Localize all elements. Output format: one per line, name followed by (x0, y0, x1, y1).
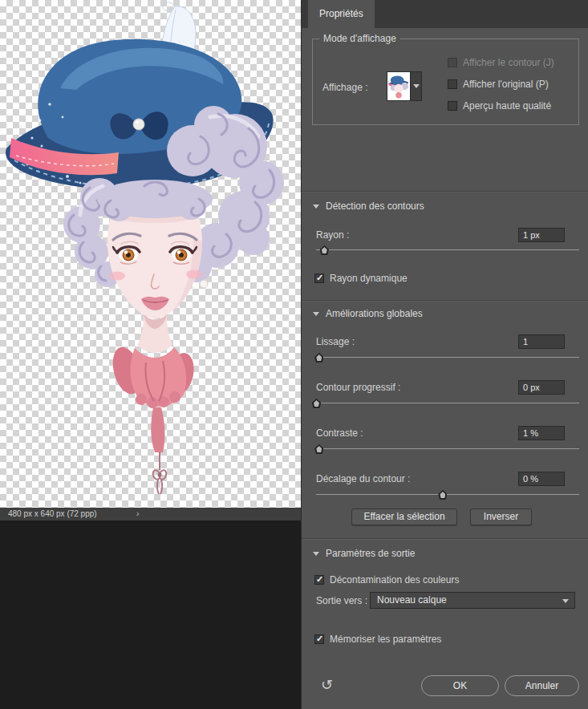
checkbox-icon[interactable] (314, 575, 324, 585)
smooth-label: Lissage : (316, 336, 355, 347)
checkbox-icon[interactable] (448, 101, 457, 111)
chevron-down-icon (562, 599, 569, 603)
view-mode-legend: Mode d'affichage (319, 33, 400, 44)
checkbox-icon[interactable] (314, 273, 324, 283)
slider-thumb[interactable] (438, 490, 447, 500)
shift-edge-value-field[interactable]: 0 % (518, 472, 565, 486)
reset-icon[interactable]: ↺ (321, 676, 333, 694)
slider-track (316, 403, 579, 403)
shift-edge-slider[interactable] (316, 488, 579, 502)
contrast-label: Contraste : (316, 427, 363, 439)
slider-thumb[interactable] (312, 399, 321, 408)
slider-thumb[interactable] (314, 353, 323, 363)
show-original-checkbox[interactable]: Afficher l'original (P) (448, 79, 549, 90)
section-edge-detection[interactable]: Détection des contours (313, 201, 424, 212)
document-canvas[interactable] (0, 0, 301, 508)
radius-slider[interactable] (316, 243, 579, 257)
show-edge-checkbox[interactable]: Afficher le contour (J) (448, 57, 554, 68)
checkbox-icon[interactable] (314, 634, 324, 644)
feather-slider[interactable] (316, 396, 579, 411)
view-label: Affichage : (322, 82, 367, 93)
feather-label: Contour progressif : (316, 382, 400, 393)
view-mode-group: Mode d'affichage Affichage : Afficher le… (312, 38, 579, 125)
slider-thumb[interactable] (320, 245, 329, 255)
section-collapse-icon[interactable] (313, 552, 319, 556)
checkbox-label: Afficher l'original (P) (463, 79, 549, 90)
slider-track (316, 494, 579, 495)
cancel-button[interactable]: Annuler (505, 675, 579, 696)
canvas-size-label: 480 px x 640 px (72 ppp) (8, 509, 97, 518)
section-output-settings[interactable]: Paramètres de sortie (313, 548, 415, 559)
smooth-value-field[interactable]: 1 (518, 334, 565, 349)
high-quality-preview-checkbox[interactable]: Aperçu haute qualité (448, 100, 551, 111)
canvas-status-bar: 480 px x 640 px (72 ppp) › (0, 508, 301, 521)
tab-properties[interactable]: Propriétés (308, 0, 375, 28)
workspace-background (0, 521, 301, 709)
checkbox-label: Mémoriser les paramètres (330, 634, 441, 645)
slider-thumb[interactable] (314, 444, 323, 454)
section-global-refinements[interactable]: Améliorations globales (313, 308, 423, 319)
output-to-label: Sortie vers : (316, 595, 367, 606)
checkbox-label: Décontamination des couleurs (330, 574, 459, 585)
radius-value-field[interactable]: 1 px (518, 228, 565, 242)
checkbox-label: Rayon dynamique (330, 273, 408, 284)
chevron-down-icon (413, 84, 420, 88)
dynamic-radius-checkbox[interactable]: Rayon dynamique (314, 273, 408, 284)
ok-button[interactable]: OK (421, 675, 499, 696)
panel-tab-bar: Propriétés (302, 0, 588, 28)
section-title: Améliorations globales (326, 308, 423, 319)
decontaminate-colors-checkbox[interactable]: Décontamination des couleurs (314, 574, 459, 585)
checkbox-label: Aperçu haute qualité (463, 100, 551, 111)
feather-value-field[interactable]: 0 px (518, 380, 565, 395)
status-expand-icon[interactable]: › (136, 508, 139, 521)
contrast-slider[interactable] (316, 442, 579, 456)
remember-settings-checkbox[interactable]: Mémoriser les paramètres (314, 634, 441, 645)
smooth-slider[interactable] (316, 350, 579, 365)
section-title: Détection des contours (326, 201, 424, 212)
view-thumbnail-dropdown[interactable] (411, 71, 422, 101)
properties-panel: Propriétés Mode d'affichage Affichage : … (301, 0, 588, 709)
shift-edge-label: Décalage du contour : (316, 473, 410, 484)
contrast-value-field[interactable]: 1 % (518, 426, 565, 440)
view-thumbnail-image (387, 72, 410, 100)
checkbox-icon[interactable] (448, 58, 457, 67)
clear-selection-button[interactable]: Effacer la sélection (351, 508, 457, 525)
radius-label: Rayon : (316, 229, 349, 241)
slider-track (316, 249, 579, 250)
section-divider (302, 538, 588, 539)
select-value: Nouveau calque (377, 594, 447, 606)
checkbox-label: Afficher le contour (J) (463, 57, 554, 68)
portrait-illustration (0, 0, 301, 508)
slider-track (316, 357, 579, 358)
section-collapse-icon[interactable] (313, 312, 319, 316)
slider-track (316, 448, 579, 449)
checkbox-icon[interactable] (448, 79, 457, 89)
output-to-select[interactable]: Nouveau calque (370, 592, 575, 609)
invert-button[interactable]: Inverser (470, 508, 532, 525)
section-divider (302, 300, 588, 301)
section-divider (302, 191, 588, 192)
view-thumbnail[interactable] (387, 71, 411, 101)
section-title: Paramètres de sortie (326, 548, 415, 559)
section-collapse-icon[interactable] (313, 205, 319, 209)
